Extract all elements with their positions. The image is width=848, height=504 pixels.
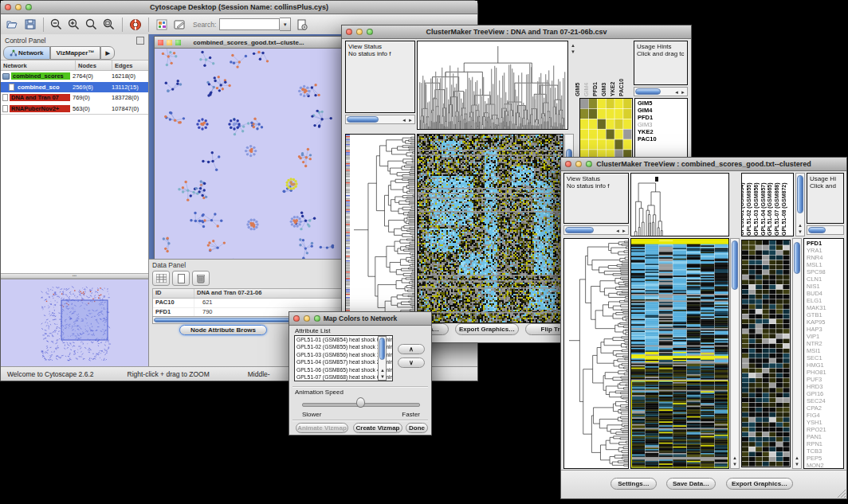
gene-label[interactable]: VIP1: [807, 333, 843, 340]
main-heatmap-canvas[interactable]: [418, 135, 563, 322]
gene-label[interactable]: MSL1: [807, 261, 843, 268]
open-icon[interactable]: [5, 17, 21, 33]
save-data-button[interactable]: Save Data…: [666, 478, 716, 490]
scroll-right-icon[interactable]: ►: [408, 118, 413, 123]
gene-label[interactable]: GPI16: [807, 390, 843, 397]
gene-label[interactable]: PAC10: [638, 135, 687, 143]
gene-label[interactable]: PUF3: [807, 376, 843, 383]
gene-label[interactable]: KAP95: [807, 318, 843, 326]
gene-label[interactable]: NIS1: [807, 283, 843, 290]
close-button[interactable]: [158, 40, 163, 45]
zoom-button[interactable]: [175, 40, 181, 45]
main-titlebar[interactable]: Cytoscape Desktop (Session Name: collins…: [1, 1, 477, 14]
scroll-right-icon[interactable]: ►: [681, 90, 685, 95]
gene-label[interactable]: HRD3: [807, 383, 843, 390]
scroll-right-icon[interactable]: ►: [622, 229, 626, 233]
gene-label[interactable]: PEP5: [807, 455, 843, 462]
attribute-list-vscroll[interactable]: ▲ ▼: [378, 336, 387, 381]
genelist-vscroll[interactable]: ▲ ▼: [792, 238, 802, 469]
gene-label[interactable]: NTR2: [807, 340, 843, 347]
network-row[interactable]: DNA and Tran 07769(0)183728(0): [1, 92, 148, 104]
animate-vizmap-button[interactable]: Animate Vizmap: [296, 423, 348, 433]
export-graphics-button[interactable]: Export Graphics…: [455, 323, 519, 335]
dialog-titlebar[interactable]: Map Colors to Network: [289, 312, 431, 326]
usage-hints-hscroll[interactable]: ◄ ►: [634, 87, 688, 96]
save-icon[interactable]: [22, 17, 38, 33]
move-up-button[interactable]: ∧: [398, 344, 425, 354]
gene-label[interactable]: GIM3: [638, 121, 687, 128]
gene-label[interactable]: PAN1: [807, 433, 843, 440]
zoom-in-icon[interactable]: [66, 17, 82, 33]
scroll-left-icon[interactable]: ◄: [674, 90, 679, 95]
tab-vizmapper[interactable]: VizMapper™: [50, 46, 101, 60]
annotation-icon[interactable]: [171, 17, 187, 33]
network-table-header[interactable]: Network Nodes Edges: [1, 60, 148, 71]
zoom-button[interactable]: [586, 161, 592, 167]
move-down-button[interactable]: ∨: [398, 357, 425, 368]
gene-label[interactable]: HMG1: [807, 361, 843, 369]
vizmap-grid-icon[interactable]: [154, 17, 170, 33]
view-status-hscroll[interactable]: ◄ ►: [345, 115, 415, 124]
treeview2-gene-list[interactable]: PFD1YRA1RNR4MSL1SPC98CLN1NIS1BUD4ELG1MAK…: [803, 238, 844, 469]
scroll-down-icon[interactable]: ▼: [798, 229, 803, 234]
gene-label[interactable]: GIM4: [638, 107, 687, 114]
slider-thumb[interactable]: [356, 397, 365, 408]
scroll-down-icon[interactable]: ▼: [571, 49, 575, 54]
help-lifesaver-icon[interactable]: [128, 17, 143, 33]
tab-network[interactable]: Network: [3, 46, 50, 60]
row-dendrogram-canvas[interactable]: [564, 239, 628, 468]
scroll-up-icon[interactable]: ▲: [795, 455, 799, 460]
scroll-left-icon[interactable]: ◄: [402, 118, 406, 123]
gene-label[interactable]: HAP3: [807, 326, 843, 333]
gene-label[interactable]: RPN1: [807, 440, 843, 447]
gene-label[interactable]: BUD4: [807, 290, 843, 297]
zoom-fit-icon[interactable]: [101, 17, 117, 33]
scroll-down-icon[interactable]: ▼: [795, 462, 799, 467]
new-attribute-icon[interactable]: [172, 271, 190, 286]
network-row[interactable]: combined_scores2764(0)16218(0): [1, 71, 148, 82]
scroll-up-icon[interactable]: ▲: [732, 455, 737, 460]
zoom-button[interactable]: [314, 315, 320, 322]
gene-label[interactable]: TCB3: [807, 447, 843, 455]
minimize-button[interactable]: [304, 315, 310, 322]
scroll-up-icon[interactable]: ▲: [571, 43, 575, 48]
close-button[interactable]: [5, 4, 11, 10]
birdseye-canvas[interactable]: [1, 279, 147, 366]
scroll-up-icon[interactable]: ▲: [798, 223, 803, 228]
gene-label[interactable]: SEC24: [807, 397, 843, 404]
float-panel-icon[interactable]: [136, 37, 144, 45]
treeview1-titlebar[interactable]: ClusterMaker TreeView : DNA and Tran 07-…: [342, 25, 691, 39]
zoom-selected-icon[interactable]: [84, 17, 100, 33]
search-dropdown-icon[interactable]: ▼: [280, 18, 291, 31]
gene-label[interactable]: PFD1: [638, 114, 687, 121]
close-button[interactable]: [565, 161, 571, 167]
minimize-button[interactable]: [575, 161, 582, 167]
close-button[interactable]: [346, 29, 352, 35]
panel-splitter[interactable]: •••: [1, 273, 148, 279]
column-dendrogram-canvas[interactable]: [418, 41, 567, 129]
select-attributes-icon[interactable]: [152, 271, 170, 286]
export-graphics-button[interactable]: Export Graphics…: [726, 478, 793, 490]
gene-label[interactable]: PFD1: [807, 240, 843, 247]
gene-label[interactable]: PHO81: [807, 369, 843, 376]
gene-label[interactable]: ELG1: [807, 297, 843, 304]
gene-label[interactable]: GIM5: [638, 100, 687, 107]
gene-label[interactable]: SPC98: [807, 268, 843, 275]
settings-button[interactable]: Settings…: [610, 478, 657, 490]
gene-label[interactable]: MAK31: [807, 304, 843, 311]
minimize-button[interactable]: [167, 40, 172, 45]
gene-label[interactable]: CLN1: [807, 275, 843, 283]
scroll-down-icon[interactable]: ▼: [732, 462, 737, 467]
gene-label[interactable]: YKE2: [638, 128, 687, 135]
heatmap-vscroll[interactable]: ▲ ▼: [730, 238, 740, 469]
network-row[interactable]: combined_sco2569(6)13112(15): [1, 82, 148, 93]
minimize-button[interactable]: [15, 4, 22, 10]
network-canvas[interactable]: [155, 49, 341, 291]
gene-label[interactable]: MON2: [807, 462, 843, 469]
scroll-up-icon[interactable]: ▲: [380, 368, 385, 373]
node-attribute-browser-button[interactable]: Node Attribute Brows: [179, 325, 267, 335]
done-button[interactable]: Done: [406, 423, 428, 433]
network-row[interactable]: RNAPuberNov2+563(0)107847(0): [1, 104, 148, 115]
main-heatmap-canvas[interactable]: [631, 239, 728, 468]
column-dendrogram-canvas[interactable]: [631, 174, 728, 236]
